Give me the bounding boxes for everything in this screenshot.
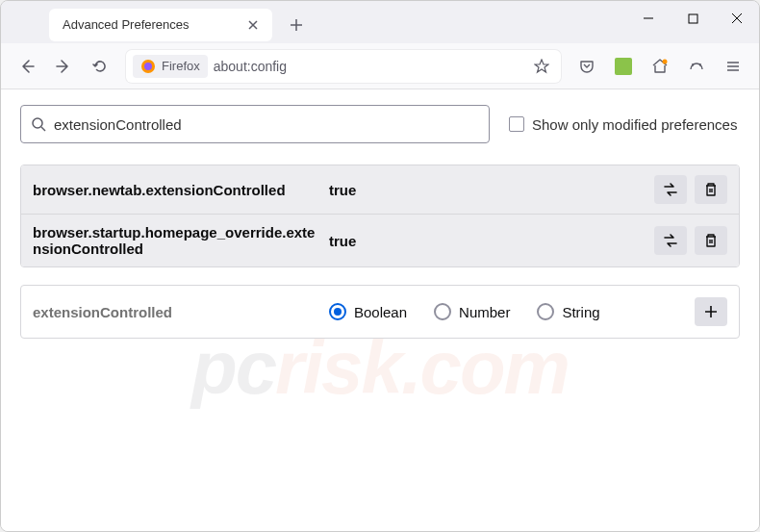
url-text: about:config (214, 59, 523, 74)
pocket-button[interactable] (570, 50, 603, 83)
toggle-button[interactable] (654, 175, 687, 204)
radio-string[interactable]: String (537, 303, 599, 320)
account-icon (651, 58, 669, 75)
content-area: pcrisk.com Show only modified preference… (1, 89, 759, 531)
pref-name: browser.newtab.extensionControlled (33, 182, 317, 198)
minimize-icon (643, 13, 654, 24)
new-tab-button[interactable] (282, 11, 311, 39)
pref-actions (654, 175, 727, 204)
identity-box[interactable]: Firefox (133, 55, 208, 78)
radio-label: Boolean (354, 304, 407, 320)
search-input[interactable] (54, 116, 479, 133)
search-box[interactable] (20, 105, 490, 143)
radio-icon (434, 303, 451, 320)
pref-name: browser.startup.homepage_override.extens… (33, 224, 317, 257)
reload-icon (92, 59, 108, 74)
hamburger-icon (725, 59, 741, 74)
browser-tab[interactable]: Advanced Preferences (49, 9, 272, 41)
pref-actions (654, 226, 727, 255)
checkbox-icon (509, 116, 524, 132)
arrow-left-icon (19, 59, 35, 74)
toggle-icon (663, 233, 678, 248)
radio-icon (329, 303, 346, 320)
trash-icon (703, 182, 719, 197)
pref-row: browser.newtab.extensionControlled true (21, 165, 739, 215)
trash-icon (703, 233, 719, 248)
maximize-icon (688, 13, 698, 24)
radio-number[interactable]: Number (434, 303, 510, 320)
navigation-toolbar: Firefox about:config (1, 43, 759, 89)
overflow-button[interactable] (680, 50, 713, 83)
radio-label: String (562, 304, 599, 320)
radio-label: Number (459, 304, 510, 320)
svg-point-3 (663, 59, 668, 63)
type-radio-group: Boolean Number String (329, 303, 683, 320)
toggle-button[interactable] (654, 226, 687, 255)
pref-row: browser.startup.homepage_override.extens… (21, 215, 739, 266)
star-icon (534, 59, 549, 74)
pref-value: true (329, 233, 643, 249)
new-pref-row: extensionControlled Boolean Number Strin… (20, 285, 740, 339)
radio-icon (537, 303, 554, 320)
extension-button[interactable] (607, 50, 640, 83)
toggle-icon (663, 182, 678, 197)
close-icon (247, 19, 259, 31)
overflow-icon (688, 58, 705, 75)
plus-icon (703, 304, 719, 319)
tab-title: Advanced Preferences (63, 17, 190, 32)
pref-value: true (329, 182, 643, 198)
plus-icon (290, 18, 303, 32)
add-button[interactable] (695, 297, 727, 326)
search-row: Show only modified preferences (20, 105, 740, 143)
checkbox-label: Show only modified preferences (532, 116, 737, 133)
address-bar[interactable]: Firefox about:config (126, 50, 561, 83)
account-button[interactable] (644, 50, 676, 83)
bookmark-star-button[interactable] (529, 54, 554, 79)
reload-button[interactable] (84, 50, 116, 83)
search-icon (31, 116, 46, 132)
new-pref-name: extensionControlled (33, 304, 317, 320)
tab-close-button[interactable] (243, 15, 263, 35)
pref-list: browser.newtab.extensionControlled true … (20, 165, 740, 267)
minimize-button[interactable] (626, 1, 671, 36)
app-menu-button[interactable] (717, 50, 749, 83)
show-modified-checkbox[interactable]: Show only modified preferences (509, 116, 737, 133)
window-controls (626, 1, 759, 43)
firefox-icon (140, 59, 156, 74)
radio-boolean[interactable]: Boolean (329, 303, 407, 320)
back-button[interactable] (11, 50, 43, 83)
forward-button[interactable] (47, 50, 80, 83)
maximize-button[interactable] (671, 1, 715, 36)
identity-label: Firefox (162, 59, 200, 73)
delete-button[interactable] (695, 175, 727, 204)
svg-point-2 (144, 63, 152, 70)
svg-point-4 (33, 118, 42, 128)
arrow-right-icon (56, 59, 71, 74)
extension-icon (615, 58, 632, 75)
close-icon (731, 13, 743, 24)
pocket-icon (579, 59, 595, 74)
svg-rect-0 (689, 14, 697, 23)
delete-button[interactable] (695, 226, 727, 255)
close-window-button[interactable] (715, 1, 759, 36)
titlebar: Advanced Preferences (1, 1, 759, 43)
